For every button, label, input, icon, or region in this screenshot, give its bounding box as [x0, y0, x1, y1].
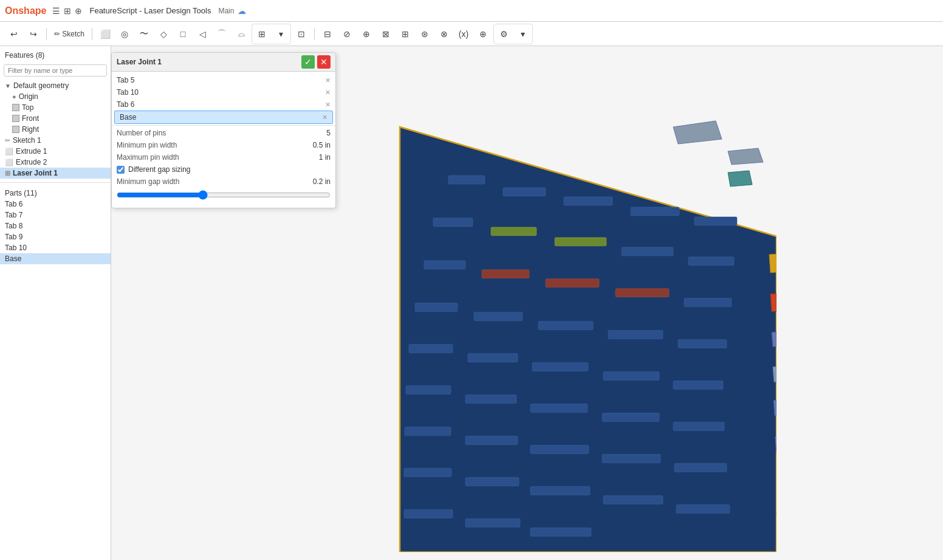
settings-btn[interactable]: ⚙ [495, 25, 513, 43]
settings-dropdown[interactable]: ▾ [513, 25, 532, 43]
tree-sketch1[interactable]: ✏ Sketch 1 [0, 135, 111, 146]
parts-base[interactable]: Base [0, 253, 111, 264]
pattern-button[interactable]: ⊞ [396, 25, 414, 43]
min-gap-width-value[interactable]: 0.2 in [313, 177, 331, 186]
loft-button[interactable]: ◇ [154, 25, 173, 43]
fillet-button[interactable]: ⌒ [213, 25, 231, 43]
tree-item-label: Right [22, 125, 39, 134]
transform-button[interactable]: ⊡ [292, 25, 310, 43]
svg-rect-35 [465, 436, 518, 445]
redo-button[interactable]: ↪ [24, 25, 43, 43]
add-button[interactable]: ⊕ [474, 25, 492, 43]
svg-marker-47 [673, 121, 722, 144]
tree-top[interactable]: Top [0, 102, 111, 113]
panel-item-label: Base [120, 113, 136, 121]
tree-item-label: Origin [19, 92, 38, 101]
panel-tab10[interactable]: Tab 10 ✕ [112, 86, 335, 98]
extrude-button[interactable]: ⬜ [96, 25, 114, 43]
parts-tab10[interactable]: Tab 10 [0, 242, 111, 253]
num-pins-row: Number of pins 5 [112, 127, 335, 139]
svg-rect-34 [405, 427, 451, 435]
num-pins-value[interactable]: 5 [326, 129, 331, 137]
tree-default-geometry[interactable]: ▼ Default geometry [0, 80, 111, 91]
plane-icon [12, 115, 19, 122]
point-button[interactable]: ⊕ [357, 25, 375, 43]
svg-rect-30 [465, 395, 516, 403]
toolbar: ↩ ↪ ✏ Sketch ⬜ ◎ 〜 ◇ □ ◁ ⌒ ⌓ ⊞ ▾ ⊡ ⊟ ⊘ ⊕… [0, 22, 943, 46]
sweep-button[interactable]: 〜 [135, 25, 153, 43]
boolean-button[interactable]: ⊞ [253, 25, 271, 43]
panel-item-label: Tab 5 [117, 76, 134, 84]
svg-rect-26 [532, 363, 588, 371]
revolve-button[interactable]: ◎ [115, 25, 134, 43]
svg-rect-7 [631, 207, 679, 216]
tree-extrude2[interactable]: ⬜ Extrude 2 [0, 157, 111, 168]
origin-icon: ● [12, 93, 16, 100]
min-gap-width-label: Minimum gap width [117, 177, 179, 186]
svg-rect-14 [424, 261, 465, 269]
parts-tab7[interactable]: Tab 7 [0, 210, 111, 220]
gap-sizing-row: Different gap sizing [112, 163, 335, 176]
slider-input[interactable] [117, 190, 331, 200]
sketch-button[interactable]: ✏ Sketch [50, 25, 88, 43]
svg-rect-32 [602, 413, 659, 422]
svg-rect-6 [564, 197, 612, 205]
panel-base[interactable]: Base ✕ [114, 111, 333, 124]
parts-tab8[interactable]: Tab 8 [0, 220, 111, 231]
svg-rect-45 [465, 519, 520, 527]
tree-item-label: Laser Joint 1 [13, 169, 58, 177]
svg-rect-11 [555, 237, 606, 246]
remove-base-icon[interactable]: ✕ [322, 114, 327, 121]
max-pin-width-value[interactable]: 1 in [319, 153, 331, 162]
tree-item-label: Front [22, 114, 39, 123]
chamfer-button[interactable]: ⌓ [232, 25, 250, 43]
panel-tab5[interactable]: Tab 5 ✕ [112, 74, 335, 86]
tree-item-label: Extrude 2 [16, 158, 47, 166]
tree-right[interactable]: Right [0, 124, 111, 135]
tree-item-label: Default geometry [13, 81, 69, 90]
mate-button[interactable]: ⊛ [416, 25, 434, 43]
tree-origin[interactable]: ● Origin [0, 91, 111, 102]
3d-viewport[interactable]: Laser Joint 1 ✓ ✕ Tab 5 ✕ Tab 10 ✕ Tab 6… [111, 46, 943, 560]
remove-tab10-icon[interactable]: ✕ [325, 89, 331, 97]
panel-ok-button[interactable]: ✓ [301, 55, 315, 69]
panel-item-label: Tab 10 [117, 88, 139, 97]
feature-tools-icon[interactable]: ⊞ [64, 6, 71, 16]
parts-tab9[interactable]: Tab 9 [0, 231, 111, 242]
menu-icon[interactable]: ☰ [52, 6, 60, 16]
svg-rect-18 [684, 298, 732, 307]
tree-extrude1[interactable]: ⬜ Extrude 1 [0, 146, 111, 157]
shell-button[interactable]: □ [174, 25, 192, 43]
axis-button[interactable]: ⊘ [338, 25, 356, 43]
undo-button[interactable]: ↩ [5, 25, 23, 43]
remove-tab5-icon[interactable]: ✕ [325, 77, 331, 84]
svg-marker-49 [728, 171, 752, 186]
mirror-button[interactable]: ⊠ [377, 25, 395, 43]
plane-icon [12, 104, 19, 111]
draft-button[interactable]: ◁ [193, 25, 211, 43]
svg-rect-46 [530, 528, 591, 536]
boolean-dropdown[interactable]: ▾ [272, 25, 290, 43]
document-title: FeatureScript - Laser Design Tools [89, 6, 211, 15]
svg-rect-21 [538, 321, 593, 330]
svg-rect-38 [674, 463, 727, 472]
param-button[interactable]: (x) [454, 25, 473, 43]
var-button[interactable]: ⊗ [435, 25, 453, 43]
num-pins-label: Number of pins [117, 129, 166, 137]
svg-rect-42 [603, 496, 663, 504]
remove-tab6-icon[interactable]: ✕ [325, 101, 331, 109]
tree-item-label: Top [22, 103, 33, 112]
min-pin-width-value[interactable]: 0.5 in [313, 141, 331, 149]
panel-tab6[interactable]: Tab 6 ✕ [112, 98, 335, 111]
parts-tab6[interactable]: Tab 6 [0, 199, 111, 210]
panel-header: Laser Joint 1 ✓ ✕ [112, 53, 335, 72]
plane-button[interactable]: ⊟ [318, 25, 337, 43]
gap-sizing-checkbox[interactable] [117, 166, 125, 174]
panel-cancel-button[interactable]: ✕ [317, 55, 331, 69]
boolean-group: ⊞ ▾ [252, 24, 291, 44]
panel-divider [112, 125, 335, 126]
settings-icon[interactable]: ⊕ [75, 6, 82, 16]
tree-front[interactable]: Front [0, 113, 111, 124]
tree-laser-joint1[interactable]: ⊞ Laser Joint 1 [0, 168, 111, 179]
filter-input[interactable] [4, 64, 107, 77]
